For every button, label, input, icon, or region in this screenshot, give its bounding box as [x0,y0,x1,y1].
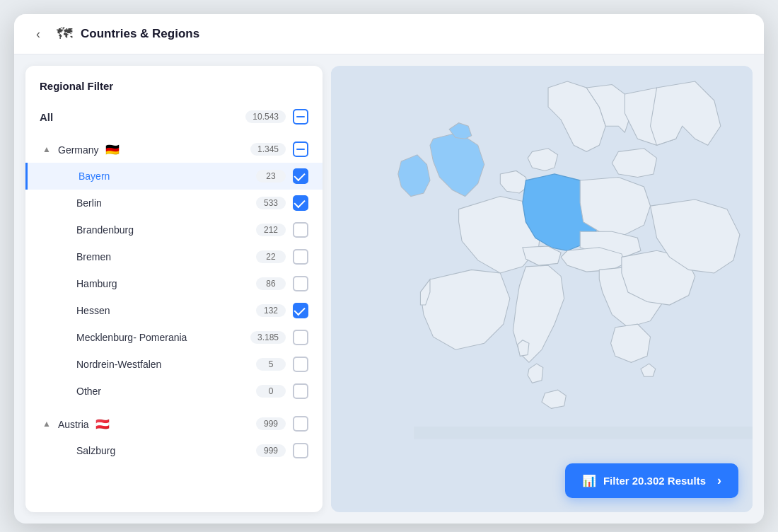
hamburg-row[interactable]: Hamburg 86 [25,270,323,297]
hamburg-label: Hamburg [76,278,256,289]
content-area: Regional Filter All 10.543 ▲ Germany 🇩🇪 … [14,54,764,524]
brandenburg-checkbox[interactable] [293,222,308,238]
europe-map [331,66,753,512]
austria-label: Austria 🇦🇹 [58,417,256,431]
bayern-checkbox[interactable] [293,168,308,184]
app-window: ‹ 🗺 Countries & Regions Regional Filter … [14,14,764,524]
all-filter-row[interactable]: All 10.543 [25,103,323,136]
berlin-label: Berlin [76,197,256,209]
mecklenburg-row[interactable]: Mecklenburg- Pomerania 3.185 [25,324,323,351]
berlin-count-badge: 533 [256,197,286,209]
bayern-count-badge: 23 [256,170,286,183]
filter-arrow-icon: › [717,473,721,488]
mecklenburg-label: Mecklenburg- Pomerania [76,332,250,343]
sidebar-panel: Regional Filter All 10.543 ▲ Germany 🇩🇪 … [25,66,323,512]
bayern-label: Bayern [79,170,256,182]
bremen-count-badge: 22 [256,250,286,263]
hessen-row[interactable]: Hessen 132 [25,297,323,324]
nordrein-checkbox[interactable] [293,357,308,372]
germany-row[interactable]: ▲ Germany 🇩🇪 1.345 [25,136,323,163]
austria-count-badge: 999 [256,417,286,430]
germany-count-badge: 1.345 [250,143,286,156]
nordrein-label: Nordrein-Westfalen [76,359,256,370]
salzburg-label: Salzburg [76,445,256,456]
all-checkbox[interactable] [293,109,308,125]
berlin-checkbox[interactable] [293,195,308,211]
filter-button[interactable]: 📊 Filter 20.302 Results › [565,463,738,498]
bremen-checkbox[interactable] [293,249,308,265]
bremen-row[interactable]: Bremen 22 [25,243,323,270]
mecklenburg-count-badge: 3.185 [250,331,286,344]
berlin-row[interactable]: Berlin 533 [25,190,323,216]
sidebar-title: Regional Filter [25,80,323,103]
germany-flag: 🇩🇪 [105,144,120,156]
austria-expand-icon[interactable]: ▲ [40,419,54,429]
other-label: Other [76,386,256,397]
hessen-checkbox[interactable] [293,303,308,318]
hamburg-count-badge: 86 [256,277,286,290]
austria-row[interactable]: ▲ Austria 🇦🇹 999 [25,410,323,437]
filter-button-label: Filter 20.302 Results [603,475,706,487]
germany-checkbox[interactable] [293,141,308,157]
map-area: 📊 Filter 20.302 Results › [331,66,753,512]
brandenburg-row[interactable]: Brandenburg 212 [25,216,323,243]
nordrein-row[interactable]: Nordrein-Westfalen 5 [25,351,323,378]
hessen-count-badge: 132 [256,304,286,317]
all-count-badge: 10.543 [245,110,286,123]
map-icon: 🗺 [57,25,72,43]
austria-flag: 🇦🇹 [95,418,110,430]
filter-chart-icon: 📊 [582,474,596,487]
germany-expand-icon[interactable]: ▲ [40,144,54,154]
salzburg-count-badge: 999 [256,444,286,457]
other-row[interactable]: Other 0 [25,378,323,405]
page-title: Countries & Regions [81,27,199,41]
brandenburg-label: Brandenburg [76,224,256,236]
hamburg-checkbox[interactable] [293,276,308,291]
salzburg-checkbox[interactable] [293,443,308,458]
germany-label: Germany 🇩🇪 [58,143,250,156]
bayern-row[interactable]: Bayern 23 [25,163,323,190]
bremen-label: Bremen [76,251,256,262]
back-button[interactable]: ‹ [28,24,48,44]
all-label: All [40,111,245,123]
header: ‹ 🗺 Countries & Regions [14,14,764,54]
nordrein-count-badge: 5 [256,358,286,371]
salzburg-row[interactable]: Salzburg 999 [25,437,323,464]
brandenburg-count-badge: 212 [256,224,286,236]
austria-checkbox[interactable] [293,416,308,432]
other-checkbox[interactable] [293,383,308,399]
hessen-label: Hessen [76,305,256,316]
mecklenburg-checkbox[interactable] [293,330,308,345]
other-count-badge: 0 [256,385,286,398]
